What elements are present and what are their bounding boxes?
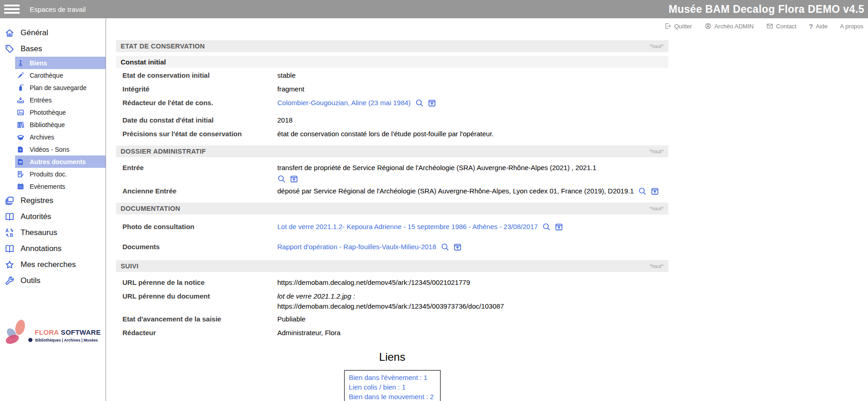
flora-flower-logo xyxy=(4,318,33,352)
section-title: DOSSIER ADMINISTRATIF xyxy=(121,148,206,155)
sidebar-item-bases[interactable]: Bases xyxy=(0,41,106,57)
field-value: fragment xyxy=(277,84,668,94)
sidebar-item-thesaurus[interactable]: AB Thesaurus xyxy=(0,225,106,241)
section-title: SUIVI xyxy=(121,262,138,270)
a-propos-button[interactable]: A propos xyxy=(840,23,863,30)
inbox-arrow-icon xyxy=(16,96,25,104)
back-to-top-link[interactable]: ^haut^ xyxy=(649,263,664,269)
search-icon[interactable] xyxy=(415,99,424,107)
back-to-top-link[interactable]: ^haut^ xyxy=(649,43,664,49)
sidebar-item-produits-doc[interactable]: Produits doc. xyxy=(15,168,106,180)
fire-extinguisher-icon xyxy=(16,84,25,92)
sidebar-item-archives[interactable]: Archives xyxy=(15,131,106,143)
field-row: Etat de conservation initial stable xyxy=(116,70,668,81)
sidebar-item-label: Registres xyxy=(21,196,53,205)
field-row: Précisions sur l'état de conservation ét… xyxy=(116,129,668,140)
field-label: Etat d'avancement de la saisie xyxy=(116,314,277,324)
sidebar-item-videos-sons[interactable]: Vidéos - Sons xyxy=(15,143,106,155)
section-suivi: SUIVI ^haut^ xyxy=(116,260,668,272)
liens-title: Liens xyxy=(116,351,668,364)
sidebar: Général Bases Biens Carothèque Plan de s… xyxy=(0,18,106,401)
photo-record-link[interactable]: Lot de verre 2021.1.2- Kepoura Adrienne … xyxy=(277,223,538,230)
sidebar-item-registres[interactable]: Registres xyxy=(0,192,106,209)
field-label: URL pérenne du document xyxy=(116,291,277,301)
envelope-icon xyxy=(766,22,773,30)
lien-evenement-link[interactable]: Bien dans l'évènement : 1 xyxy=(349,373,436,382)
sidebar-item-outils[interactable]: Outils xyxy=(0,273,106,289)
sidebar-item-biens[interactable]: Biens xyxy=(15,57,106,69)
field-label: Etat de conservation initial xyxy=(116,70,277,80)
core-sample-icon xyxy=(16,71,25,80)
field-row: URL pérenne du document lot de verre 202… xyxy=(116,291,668,311)
sidebar-item-mes-recherches[interactable]: Mes recherches xyxy=(0,257,106,273)
question-mark-icon: ? xyxy=(809,22,813,30)
back-to-top-link[interactable]: ^haut^ xyxy=(649,206,664,211)
field-row: Rédacteur de l'état de cons. Colombier-G… xyxy=(116,98,668,109)
field-value: Rapport d'opération - Rap-fouilles-Vaulx… xyxy=(277,242,668,252)
main-area: Quitter Archéo ADMIN Contact ? Aide A pr… xyxy=(106,18,868,401)
open-in-new-window-icon[interactable] xyxy=(428,99,436,107)
wrench-icon xyxy=(5,276,15,286)
field-label: Rédacteur xyxy=(116,328,277,338)
sidebar-item-general[interactable]: Général xyxy=(0,25,106,41)
sidebar-item-autorites[interactable]: Autorités xyxy=(0,209,106,225)
sidebar-item-autres-documents[interactable]: Autres documents xyxy=(15,155,106,168)
workspace-label[interactable]: Espaces de travail xyxy=(30,5,86,13)
sidebar-item-label: Archives xyxy=(30,134,54,141)
open-in-new-window-icon[interactable] xyxy=(651,187,659,196)
authority-record-link[interactable]: Colombier-Gougouzian, Aline (23 mai 1984… xyxy=(277,99,411,107)
sidebar-item-carotheque[interactable]: Carothèque xyxy=(15,69,106,81)
header-menu: Quitter Archéo ADMIN Contact ? Aide A pr… xyxy=(106,18,868,34)
lien-mouvement-link[interactable]: Bien dans le mouvement : 2 xyxy=(349,392,436,401)
app-title: Musée BAM Decalog Flora DEMO v4.5 xyxy=(668,3,864,16)
search-icon[interactable] xyxy=(441,243,450,251)
field-label: Entrée xyxy=(116,163,277,173)
field-value: https://demobam.decalog.net/demov45/ark:… xyxy=(277,278,668,288)
field-row: URL pérenne de la notice https://demobam… xyxy=(116,278,668,289)
sidebar-item-phototheque[interactable]: Photothèque xyxy=(15,106,106,118)
field-value: Lot de verre 2021.1.2- Kepoura Adrienne … xyxy=(277,222,668,232)
home-icon xyxy=(5,28,15,38)
search-icon[interactable] xyxy=(542,223,551,231)
quitter-button[interactable]: Quitter xyxy=(664,22,692,30)
sidebar-item-label: Plan de sauvegarde xyxy=(30,84,87,91)
contact-button[interactable]: Contact xyxy=(766,22,797,30)
sidebar-item-annotations[interactable]: Annotations xyxy=(0,241,106,257)
field-label: Photo de consultation xyxy=(116,222,277,232)
field-label: Date du constat d'état initial xyxy=(116,115,277,125)
brand-dot xyxy=(28,338,32,342)
hamburger-menu-icon[interactable] xyxy=(4,5,20,14)
field-value: 2018 xyxy=(277,115,668,125)
section-documentation: DOCUMENTATION ^haut^ xyxy=(116,203,668,214)
sidebar-item-evenements[interactable]: Evènements xyxy=(15,180,106,192)
sidebar-item-label: Thesaurus xyxy=(21,228,57,237)
user-account-button[interactable]: Archéo ADMIN xyxy=(704,22,754,30)
section-title: ETAT DE CONSERVATION xyxy=(121,43,205,50)
tag-icon xyxy=(5,44,15,54)
sidebar-item-label: Autorités xyxy=(21,212,51,221)
field-value: état de conservation constaté lors de l'… xyxy=(277,129,668,139)
search-icon[interactable] xyxy=(638,187,647,196)
search-icon[interactable] xyxy=(277,175,286,183)
svg-text:A: A xyxy=(5,228,9,233)
sidebar-item-entrees[interactable]: Entrées xyxy=(15,94,106,106)
open-in-new-window-icon[interactable] xyxy=(453,243,462,251)
brand-tagline: Bibliothèques | Archives | Musées xyxy=(35,338,98,342)
back-to-top-link[interactable]: ^haut^ xyxy=(649,149,664,154)
sidebar-item-label: Mes recherches xyxy=(21,260,76,269)
field-value: Colombier-Gougouzian, Aline (23 mai 1984… xyxy=(277,98,668,108)
field-row: Etat d'avancement de la saisie Publiable xyxy=(116,314,668,325)
field-row: Documents Rapport d'opération - Rap-foui… xyxy=(116,242,668,253)
aide-button[interactable]: ? Aide xyxy=(809,22,827,30)
sidebar-item-plan-de-sauvegarde[interactable]: Plan de sauvegarde xyxy=(15,81,106,94)
sidebar-item-bibliotheque[interactable]: Bibliothèque xyxy=(15,118,106,131)
open-book-icon xyxy=(5,244,15,254)
open-in-new-window-icon[interactable] xyxy=(290,175,298,183)
lien-colis-bien-link[interactable]: Lien colis / bien : 1 xyxy=(349,382,436,392)
section-dossier-administratif: DOSSIER ADMINISTRATIF ^haut^ xyxy=(116,145,668,157)
field-row: Photo de consultation Lot de verre 2021.… xyxy=(116,222,668,233)
open-in-new-window-icon[interactable] xyxy=(555,223,563,231)
field-row: Ancienne Entrée déposé par Service Régio… xyxy=(116,186,668,197)
document-record-link[interactable]: Rapport d'opération - Rap-fouilles-Vaulx… xyxy=(277,243,436,251)
sidebar-item-label: Outils xyxy=(21,276,40,285)
